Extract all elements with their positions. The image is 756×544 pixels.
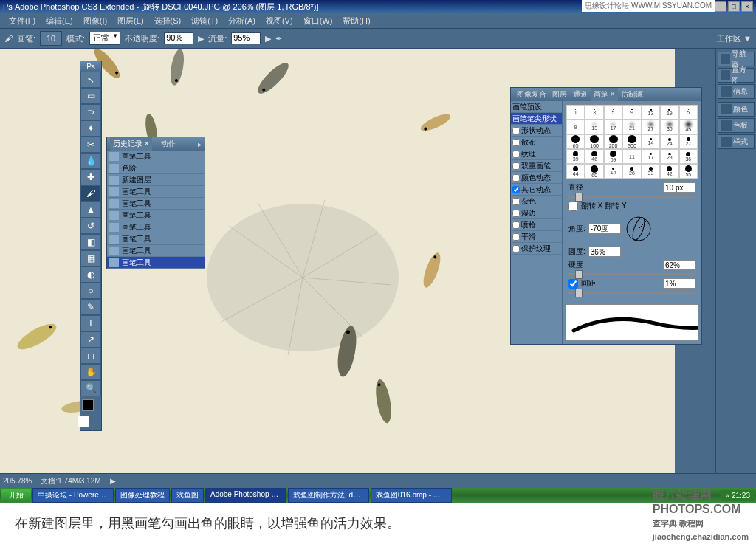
brush-option[interactable]: 湿边 [511, 207, 562, 219]
toolbox[interactable]: Ps ↖ ▭ ⊃ ✦ ✂ 💧 ✚ 🖌 ▲ ↺ ◧ ▦ ◐ ○ ✎ T ↗ ◻ ✋… [80, 61, 102, 431]
background-color[interactable] [78, 416, 89, 427]
history-item[interactable]: 画笔工具 [107, 186, 205, 198]
tool-preset-icon[interactable]: 🖌 [4, 34, 13, 43]
brush-option[interactable]: 画笔预设 [511, 101, 562, 113]
brush-preset[interactable]: 60 [585, 164, 603, 179]
brush-preset[interactable]: 21 [622, 120, 641, 134]
brush-preset[interactable]: 23 [660, 149, 678, 164]
brush-option[interactable]: 杂色 [511, 196, 562, 207]
brush-preset[interactable]: 45 [679, 120, 698, 134]
taskbar-item[interactable]: 中摄论坛 - Powered ... [32, 488, 114, 503]
menu-item[interactable]: 编辑(E) [41, 14, 78, 28]
hand-tool[interactable]: ✋ [80, 364, 101, 380]
tray-icons[interactable]: « [726, 492, 732, 500]
taskbar-item[interactable]: 戏鱼图 [171, 488, 204, 503]
taskbar-item[interactable]: Adobe Photoshop CS3... [205, 488, 286, 503]
crop-tool[interactable]: ✂ [80, 137, 101, 153]
pen-tool[interactable]: ✎ [80, 299, 101, 315]
panel-menu-icon[interactable]: ▸ [198, 140, 202, 148]
brush-option[interactable]: 画笔笔尖形状 [511, 113, 562, 125]
foreground-color[interactable] [82, 399, 94, 411]
brush-preset[interactable]: 19 [660, 105, 678, 120]
mode-select[interactable]: 正常 [89, 32, 120, 45]
history-item[interactable]: 画笔工具 [107, 151, 205, 162]
taskbar-item[interactable]: 图像处理教程 [115, 488, 170, 503]
actions-tab[interactable]: 动作 [158, 137, 179, 151]
brush-option[interactable]: 双重画笔 [511, 160, 562, 172]
history-item[interactable]: 色阶 [107, 162, 205, 174]
angle-input[interactable] [588, 224, 621, 234]
diameter-input[interactable] [663, 182, 695, 193]
dock-button[interactable]: 颜色 [718, 102, 755, 117]
brush-picker[interactable]: 10 [40, 31, 62, 46]
dock-button[interactable]: 直方图 [718, 68, 755, 83]
healing-tool[interactable]: ✚ [80, 169, 101, 185]
hardness-input[interactable] [663, 260, 695, 270]
spacing-checkbox[interactable] [568, 279, 578, 289]
dock-button[interactable]: 信息 [718, 84, 755, 99]
history-item[interactable]: 画笔工具 [107, 257, 205, 269]
gradient-tool[interactable]: ▦ [80, 250, 101, 266]
history-item[interactable]: 新建图层 [107, 174, 205, 186]
dock-button[interactable]: 样式 [718, 134, 755, 149]
menu-item[interactable]: 图层(L) [113, 14, 148, 28]
brush-option[interactable]: 颜色动态 [511, 172, 562, 184]
panel-tab[interactable]: 图层 [549, 88, 570, 101]
panel-tab[interactable]: 画笔 × [591, 88, 618, 101]
eyedropper-tool[interactable]: 💧 [80, 153, 101, 169]
brush-option[interactable]: 喷枪 [511, 219, 562, 231]
menu-item[interactable]: 滤镜(T) [187, 14, 222, 28]
menu-item[interactable]: 分析(A) [224, 14, 260, 28]
type-tool[interactable]: T [80, 315, 101, 331]
shape-tool[interactable]: ◻ [80, 348, 101, 364]
brush-preset[interactable]: 39 [566, 149, 585, 164]
brush-option[interactable]: 形状动态 [511, 125, 562, 137]
history-item[interactable]: 画笔工具 [107, 210, 205, 221]
brush-preset[interactable]: 26 [622, 164, 641, 179]
flow-input[interactable]: 95% [231, 32, 261, 44]
brush-option[interactable]: 其它动态 [511, 184, 562, 196]
brush-preset[interactable]: 13 [642, 105, 660, 120]
brush-preset[interactable]: 300 [622, 134, 641, 149]
lasso-tool[interactable]: ⊃ [80, 104, 101, 120]
brush-preset[interactable]: 35 [660, 120, 678, 134]
brush-preset[interactable]: 24 [660, 134, 678, 149]
toolbox-header[interactable]: Ps [80, 61, 101, 72]
blur-tool[interactable]: ◐ [80, 266, 101, 283]
spacing-input[interactable] [663, 278, 695, 289]
windows-taskbar[interactable]: 开始 中摄论坛 - Powered ...图像处理教程戏鱼图Adobe Phot… [0, 488, 756, 503]
brush-preset[interactable]: 3 [585, 105, 603, 120]
airbrush-icon[interactable]: ✒ [275, 34, 282, 44]
panel-tab[interactable]: 仿制源 [618, 88, 646, 101]
dodge-tool[interactable]: ○ [80, 283, 101, 299]
brush-option[interactable]: 纹理 [511, 148, 562, 160]
taskbar-item[interactable]: 戏鱼图制作方法. docx... [288, 488, 369, 503]
brush-preset[interactable]: 14 [642, 134, 660, 149]
start-button[interactable]: 开始 [1, 489, 31, 502]
brush-preset[interactable]: 55 [679, 164, 698, 179]
move-tool[interactable]: ↖ [80, 72, 101, 88]
brush-preset[interactable]: 36 [679, 149, 698, 164]
zoom-tool[interactable]: 🔍 [80, 380, 101, 396]
menu-item[interactable]: 选择(S) [150, 14, 186, 28]
brush-preset[interactable]: 17 [642, 149, 660, 164]
zoom-level[interactable]: 205.78% [3, 477, 32, 485]
brush-preset[interactable]: 46 [585, 149, 603, 164]
history-brush-tool[interactable]: ↺ [80, 218, 101, 234]
workspace-switcher[interactable]: 工作区 ▼ [717, 33, 752, 44]
taskbar-item[interactable]: 戏鱼图016.bmp - 画图 [371, 488, 452, 503]
system-tray[interactable]: « 21:23 [721, 490, 755, 501]
history-item[interactable]: 画笔工具 [107, 233, 205, 245]
maximize-button[interactable]: □ [728, 1, 740, 12]
angle-widget[interactable] [624, 214, 653, 244]
wand-tool[interactable]: ✦ [80, 120, 101, 137]
brush-preset[interactable]: 65 [566, 134, 585, 149]
brush-panel[interactable]: 图像复合图层通道画笔 ×仿制源 画笔预设画笔笔尖形状形状动态散布纹理双重画笔颜色… [510, 87, 702, 345]
menu-item[interactable]: 视图(V) [261, 14, 298, 28]
brush-preset[interactable]: 9 [566, 120, 585, 134]
brush-preset[interactable]: 5 [604, 105, 622, 120]
history-panel[interactable]: 历史记录 × 动作 ▸ 画笔工具色阶新建图层画笔工具画笔工具画笔工具画笔工具画笔… [106, 137, 205, 269]
brush-option[interactable]: 平滑 [511, 231, 562, 243]
eraser-tool[interactable]: ◧ [80, 234, 101, 250]
menu-item[interactable]: 窗口(W) [299, 14, 337, 28]
